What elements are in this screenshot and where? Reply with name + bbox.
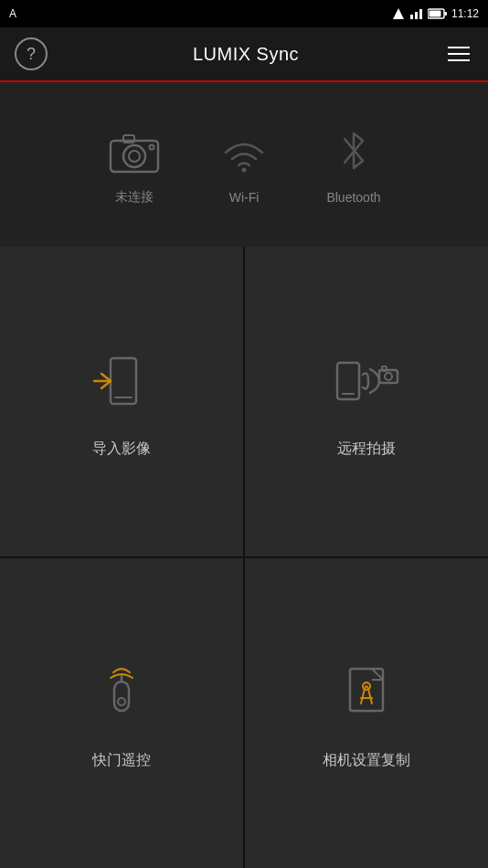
wifi-connection-item: Wi-Fi bbox=[217, 124, 271, 205]
battery-icon bbox=[428, 8, 448, 19]
svg-point-22 bbox=[118, 698, 125, 705]
camera-settings-icon bbox=[330, 656, 403, 729]
svg-point-18 bbox=[385, 373, 392, 380]
bluetooth-connection-label: Bluetooth bbox=[326, 190, 380, 205]
connection-panel: 未连接 Wi-Fi Bluetooth bbox=[0, 82, 488, 247]
camera-connection-item: 未连接 bbox=[107, 123, 162, 206]
svg-rect-6 bbox=[429, 11, 440, 17]
bluetooth-icon bbox=[326, 124, 381, 179]
remote-shoot-grid-item[interactable]: 远程拍摄 bbox=[245, 247, 488, 556]
status-bar-left: A bbox=[9, 7, 16, 20]
shutter-remote-label: 快门遥控 bbox=[92, 751, 151, 770]
camera-icon bbox=[107, 123, 162, 178]
menu-bar-3 bbox=[448, 59, 470, 61]
main-grid: 导入影像 远程拍摄 bbox=[0, 247, 488, 868]
svg-rect-1 bbox=[410, 15, 413, 19]
remote-shoot-icon bbox=[330, 344, 403, 418]
svg-rect-19 bbox=[382, 366, 387, 371]
time-display: 11:12 bbox=[451, 7, 479, 20]
camera-connection-label: 未连接 bbox=[115, 189, 154, 206]
menu-button[interactable] bbox=[444, 43, 473, 65]
svg-point-11 bbox=[150, 145, 154, 150]
import-icon bbox=[85, 344, 158, 418]
svg-rect-21 bbox=[114, 682, 129, 711]
wifi-connection-label: Wi-Fi bbox=[229, 190, 260, 205]
camera-settings-grid-item[interactable]: 相机设置复制 bbox=[245, 558, 488, 868]
shutter-remote-icon bbox=[85, 656, 158, 729]
menu-bar-2 bbox=[448, 53, 470, 55]
svg-point-9 bbox=[129, 151, 140, 162]
help-button[interactable]: ? bbox=[15, 37, 48, 70]
menu-bar-1 bbox=[448, 47, 470, 48]
header: ? LUMIX Sync bbox=[0, 27, 488, 82]
camera-settings-label: 相机设置复制 bbox=[323, 751, 410, 770]
network-icon bbox=[409, 7, 424, 20]
status-bar: A 11:12 bbox=[0, 0, 488, 27]
svg-rect-5 bbox=[444, 12, 447, 16]
import-label: 导入影像 bbox=[92, 439, 151, 459]
svg-marker-0 bbox=[393, 8, 404, 19]
carrier-icon: A bbox=[9, 7, 16, 20]
help-icon: ? bbox=[27, 45, 36, 64]
shutter-remote-grid-item[interactable]: 快门遥控 bbox=[0, 558, 243, 868]
status-bar-right: 11:12 bbox=[391, 7, 479, 20]
wifi-icon bbox=[217, 124, 271, 179]
app-title: LUMIX Sync bbox=[193, 44, 299, 65]
bluetooth-connection-item: Bluetooth bbox=[326, 124, 381, 205]
svg-point-8 bbox=[123, 145, 145, 167]
import-grid-item[interactable]: 导入影像 bbox=[0, 247, 243, 556]
remote-shoot-label: 远程拍摄 bbox=[337, 439, 396, 459]
svg-point-12 bbox=[242, 168, 247, 173]
svg-rect-3 bbox=[419, 9, 422, 19]
svg-rect-2 bbox=[415, 12, 418, 19]
signal-icon bbox=[391, 7, 406, 20]
